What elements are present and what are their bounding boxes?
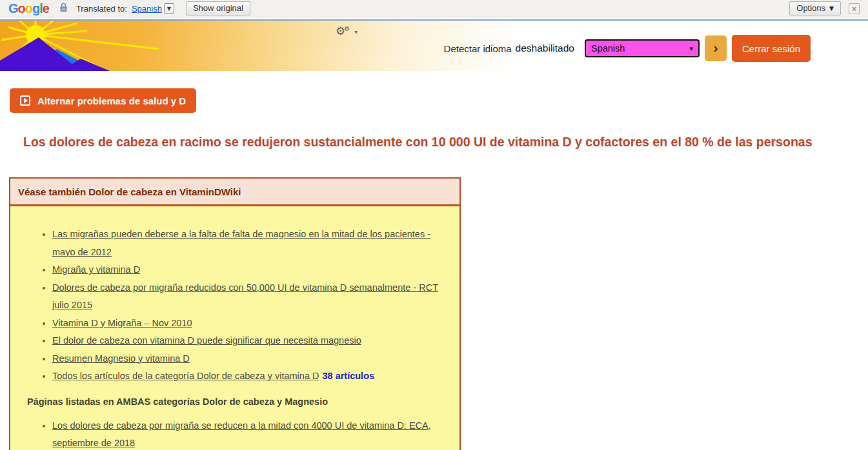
google-logo-letter: o bbox=[25, 1, 32, 15]
translate-go-button[interactable]: › bbox=[705, 35, 727, 61]
see-also-link[interactable]: Vitamina D y Migraña – Nov 2010 bbox=[52, 318, 192, 328]
options-button-label: Options bbox=[796, 3, 825, 13]
list-item: El dolor de cabeza con vitamina D puede … bbox=[52, 332, 448, 350]
list-item: Todos los artículos de la categoría Dolo… bbox=[52, 367, 448, 386]
see-also-link[interactable]: Dolores de cabeza por migraña reducidos … bbox=[52, 282, 438, 311]
google-logo: Google bbox=[8, 2, 49, 15]
list-item: Dolores de cabeza por migraña reducidos … bbox=[52, 279, 448, 315]
chevron-down-icon: ▼ bbox=[167, 6, 171, 12]
chevron-down-icon: ▾ bbox=[689, 44, 693, 53]
list-item: Vitamina D y Migraña – Nov 2010 bbox=[52, 315, 448, 333]
close-translate-bar-button[interactable]: × bbox=[849, 3, 860, 14]
page-title: Los dolores de cabeza en racimo se reduj… bbox=[23, 133, 848, 151]
options-button[interactable]: Options ▼ bbox=[789, 1, 841, 15]
google-logo-letter: g bbox=[32, 1, 39, 15]
see-also-link[interactable]: Resumen Magnesio y vitamina D bbox=[52, 353, 190, 364]
translate-controls: Detectar idioma deshabilitado Spanish ▾ … bbox=[444, 35, 811, 62]
lock-icon bbox=[59, 3, 68, 15]
google-logo-letter: e bbox=[43, 1, 49, 15]
list-item: Los dolores de cabeza por migraña se red… bbox=[52, 417, 448, 450]
see-also-link[interactable]: Las migrañas pueden deberse a la falta d… bbox=[52, 229, 430, 257]
see-also-link[interactable]: Los dolores de cabeza por migraña se red… bbox=[52, 420, 431, 449]
language-select[interactable]: Spanish ▾ bbox=[585, 39, 700, 57]
list-item: Resumen Magnesio y vitamina D bbox=[52, 350, 448, 368]
list-item: Migraña y vitamina D bbox=[52, 261, 448, 279]
google-logo-letter: o bbox=[18, 1, 25, 15]
settings-menu-button[interactable]: ⚙ ⚙ ▾ bbox=[336, 26, 358, 37]
toggle-health-problems-button[interactable]: Alternar problemas de salud y D bbox=[10, 88, 196, 113]
see-also-box-body: Las migrañas pueden deberse a la falta d… bbox=[10, 206, 459, 450]
sun-mountains-logo bbox=[0, 21, 194, 71]
gear-icon: ⚙ bbox=[344, 26, 350, 32]
toggle-health-problems-label: Alternar problemas de salud y D bbox=[37, 95, 186, 106]
see-also-link-list: Las migrañas pueden deberse a la falta d… bbox=[10, 226, 448, 386]
see-also-link[interactable]: El dolor de cabeza con vitamina D puede … bbox=[52, 335, 361, 346]
chevron-down-icon: ▼ bbox=[829, 5, 834, 12]
both-categories-heading: Páginas listadas en AMBAS categorías Dol… bbox=[27, 396, 448, 407]
both-categories-link-list: Los dolores de cabeza por migraña se red… bbox=[10, 417, 448, 450]
see-also-box-header: Véase también Dolor de cabeza en Vitamin… bbox=[10, 179, 459, 206]
arrow-right-icon: › bbox=[713, 40, 718, 55]
logout-button[interactable]: Cerrar sesión bbox=[732, 35, 811, 62]
google-translate-bar: Google Translated to: Spanish ▼ Show ori… bbox=[0, 0, 868, 17]
detect-language-label: Detectar idioma bbox=[444, 43, 512, 54]
chevron-down-icon: ▾ bbox=[354, 28, 358, 35]
language-dropdown-button[interactable]: ▼ bbox=[164, 3, 174, 14]
show-original-button[interactable]: Show original bbox=[186, 1, 250, 15]
article-count-badge: 38 artículos bbox=[322, 371, 374, 381]
translated-language-link[interactable]: Spanish bbox=[132, 4, 162, 14]
play-icon bbox=[20, 95, 30, 106]
see-also-link[interactable]: Migraña y vitamina D bbox=[52, 264, 140, 275]
site-header-banner: ⚙ ⚙ ▾ Detectar idioma deshabilitado Span… bbox=[0, 21, 868, 71]
list-item: Las migrañas pueden deberse a la falta d… bbox=[52, 226, 448, 261]
translated-to-label: Translated to: bbox=[76, 4, 127, 14]
see-also-box: Véase también Dolor de cabeza en Vitamin… bbox=[9, 177, 461, 450]
google-logo-letter: G bbox=[8, 1, 18, 15]
close-icon: × bbox=[852, 5, 857, 13]
status-text: deshabilitado bbox=[516, 43, 574, 54]
language-select-value: Spanish bbox=[591, 43, 625, 54]
category-link[interactable]: Todos los artículos de la categoría Dolo… bbox=[52, 371, 319, 381]
